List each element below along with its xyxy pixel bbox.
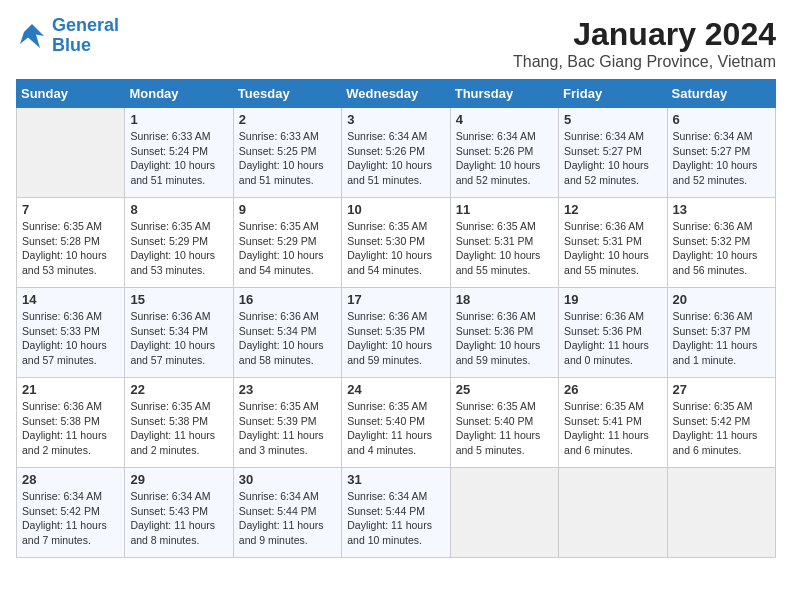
day-number: 22 <box>130 382 227 397</box>
calendar-week-5: 28Sunrise: 6:34 AMSunset: 5:42 PMDayligh… <box>17 468 776 558</box>
day-number: 5 <box>564 112 661 127</box>
day-info: Sunrise: 6:35 AMSunset: 5:41 PMDaylight:… <box>564 399 661 458</box>
header-friday: Friday <box>559 80 667 108</box>
calendar-cell: 9Sunrise: 6:35 AMSunset: 5:29 PMDaylight… <box>233 198 341 288</box>
day-info: Sunrise: 6:35 AMSunset: 5:30 PMDaylight:… <box>347 219 444 278</box>
calendar-cell: 30Sunrise: 6:34 AMSunset: 5:44 PMDayligh… <box>233 468 341 558</box>
calendar-week-2: 7Sunrise: 6:35 AMSunset: 5:28 PMDaylight… <box>17 198 776 288</box>
day-number: 14 <box>22 292 119 307</box>
calendar-cell <box>450 468 558 558</box>
calendar-table: SundayMondayTuesdayWednesdayThursdayFrid… <box>16 79 776 558</box>
day-info: Sunrise: 6:34 AMSunset: 5:42 PMDaylight:… <box>22 489 119 548</box>
calendar-cell: 12Sunrise: 6:36 AMSunset: 5:31 PMDayligh… <box>559 198 667 288</box>
day-number: 24 <box>347 382 444 397</box>
day-number: 13 <box>673 202 770 217</box>
day-info: Sunrise: 6:36 AMSunset: 5:33 PMDaylight:… <box>22 309 119 368</box>
calendar-cell: 10Sunrise: 6:35 AMSunset: 5:30 PMDayligh… <box>342 198 450 288</box>
logo-text: General Blue <box>52 16 119 56</box>
calendar-cell <box>559 468 667 558</box>
page-header: General Blue January 2024 Thang, Bac Gia… <box>16 16 776 71</box>
calendar-cell: 22Sunrise: 6:35 AMSunset: 5:38 PMDayligh… <box>125 378 233 468</box>
calendar-cell: 25Sunrise: 6:35 AMSunset: 5:40 PMDayligh… <box>450 378 558 468</box>
calendar-cell: 3Sunrise: 6:34 AMSunset: 5:26 PMDaylight… <box>342 108 450 198</box>
calendar-cell: 6Sunrise: 6:34 AMSunset: 5:27 PMDaylight… <box>667 108 775 198</box>
day-info: Sunrise: 6:33 AMSunset: 5:25 PMDaylight:… <box>239 129 336 188</box>
calendar-cell: 11Sunrise: 6:35 AMSunset: 5:31 PMDayligh… <box>450 198 558 288</box>
calendar-cell: 24Sunrise: 6:35 AMSunset: 5:40 PMDayligh… <box>342 378 450 468</box>
calendar-cell <box>17 108 125 198</box>
day-number: 18 <box>456 292 553 307</box>
calendar-cell: 26Sunrise: 6:35 AMSunset: 5:41 PMDayligh… <box>559 378 667 468</box>
day-number: 6 <box>673 112 770 127</box>
day-number: 3 <box>347 112 444 127</box>
calendar-cell: 28Sunrise: 6:34 AMSunset: 5:42 PMDayligh… <box>17 468 125 558</box>
day-info: Sunrise: 6:36 AMSunset: 5:36 PMDaylight:… <box>456 309 553 368</box>
calendar-cell: 15Sunrise: 6:36 AMSunset: 5:34 PMDayligh… <box>125 288 233 378</box>
day-info: Sunrise: 6:35 AMSunset: 5:42 PMDaylight:… <box>673 399 770 458</box>
day-number: 26 <box>564 382 661 397</box>
calendar-cell: 27Sunrise: 6:35 AMSunset: 5:42 PMDayligh… <box>667 378 775 468</box>
header-monday: Monday <box>125 80 233 108</box>
calendar-cell: 18Sunrise: 6:36 AMSunset: 5:36 PMDayligh… <box>450 288 558 378</box>
logo-icon <box>16 20 48 52</box>
day-info: Sunrise: 6:36 AMSunset: 5:36 PMDaylight:… <box>564 309 661 368</box>
day-number: 11 <box>456 202 553 217</box>
day-info: Sunrise: 6:36 AMSunset: 5:34 PMDaylight:… <box>239 309 336 368</box>
day-info: Sunrise: 6:35 AMSunset: 5:31 PMDaylight:… <box>456 219 553 278</box>
day-info: Sunrise: 6:35 AMSunset: 5:40 PMDaylight:… <box>347 399 444 458</box>
day-info: Sunrise: 6:34 AMSunset: 5:27 PMDaylight:… <box>564 129 661 188</box>
calendar-cell: 7Sunrise: 6:35 AMSunset: 5:28 PMDaylight… <box>17 198 125 288</box>
day-number: 1 <box>130 112 227 127</box>
calendar-cell: 13Sunrise: 6:36 AMSunset: 5:32 PMDayligh… <box>667 198 775 288</box>
calendar-week-4: 21Sunrise: 6:36 AMSunset: 5:38 PMDayligh… <box>17 378 776 468</box>
day-info: Sunrise: 6:36 AMSunset: 5:31 PMDaylight:… <box>564 219 661 278</box>
day-number: 21 <box>22 382 119 397</box>
day-number: 23 <box>239 382 336 397</box>
day-number: 16 <box>239 292 336 307</box>
calendar-cell: 21Sunrise: 6:36 AMSunset: 5:38 PMDayligh… <box>17 378 125 468</box>
day-info: Sunrise: 6:36 AMSunset: 5:34 PMDaylight:… <box>130 309 227 368</box>
day-number: 19 <box>564 292 661 307</box>
calendar-title: January 2024 <box>513 16 776 53</box>
day-number: 17 <box>347 292 444 307</box>
day-number: 15 <box>130 292 227 307</box>
day-info: Sunrise: 6:35 AMSunset: 5:29 PMDaylight:… <box>239 219 336 278</box>
calendar-subtitle: Thang, Bac Giang Province, Vietnam <box>513 53 776 71</box>
calendar-header-row: SundayMondayTuesdayWednesdayThursdayFrid… <box>17 80 776 108</box>
day-info: Sunrise: 6:33 AMSunset: 5:24 PMDaylight:… <box>130 129 227 188</box>
logo: General Blue <box>16 16 119 56</box>
day-number: 12 <box>564 202 661 217</box>
calendar-cell: 29Sunrise: 6:34 AMSunset: 5:43 PMDayligh… <box>125 468 233 558</box>
header-saturday: Saturday <box>667 80 775 108</box>
header-thursday: Thursday <box>450 80 558 108</box>
header-sunday: Sunday <box>17 80 125 108</box>
day-info: Sunrise: 6:35 AMSunset: 5:28 PMDaylight:… <box>22 219 119 278</box>
calendar-cell: 23Sunrise: 6:35 AMSunset: 5:39 PMDayligh… <box>233 378 341 468</box>
day-number: 31 <box>347 472 444 487</box>
day-number: 25 <box>456 382 553 397</box>
day-info: Sunrise: 6:35 AMSunset: 5:38 PMDaylight:… <box>130 399 227 458</box>
calendar-week-3: 14Sunrise: 6:36 AMSunset: 5:33 PMDayligh… <box>17 288 776 378</box>
day-number: 29 <box>130 472 227 487</box>
day-info: Sunrise: 6:34 AMSunset: 5:43 PMDaylight:… <box>130 489 227 548</box>
calendar-cell: 4Sunrise: 6:34 AMSunset: 5:26 PMDaylight… <box>450 108 558 198</box>
day-info: Sunrise: 6:36 AMSunset: 5:32 PMDaylight:… <box>673 219 770 278</box>
header-wednesday: Wednesday <box>342 80 450 108</box>
day-number: 8 <box>130 202 227 217</box>
title-block: January 2024 Thang, Bac Giang Province, … <box>513 16 776 71</box>
day-info: Sunrise: 6:34 AMSunset: 5:44 PMDaylight:… <box>347 489 444 548</box>
calendar-cell: 31Sunrise: 6:34 AMSunset: 5:44 PMDayligh… <box>342 468 450 558</box>
day-number: 20 <box>673 292 770 307</box>
calendar-cell: 19Sunrise: 6:36 AMSunset: 5:36 PMDayligh… <box>559 288 667 378</box>
calendar-week-1: 1Sunrise: 6:33 AMSunset: 5:24 PMDaylight… <box>17 108 776 198</box>
day-info: Sunrise: 6:34 AMSunset: 5:27 PMDaylight:… <box>673 129 770 188</box>
day-info: Sunrise: 6:34 AMSunset: 5:26 PMDaylight:… <box>347 129 444 188</box>
calendar-cell: 20Sunrise: 6:36 AMSunset: 5:37 PMDayligh… <box>667 288 775 378</box>
day-info: Sunrise: 6:35 AMSunset: 5:29 PMDaylight:… <box>130 219 227 278</box>
calendar-cell: 1Sunrise: 6:33 AMSunset: 5:24 PMDaylight… <box>125 108 233 198</box>
day-info: Sunrise: 6:36 AMSunset: 5:35 PMDaylight:… <box>347 309 444 368</box>
day-info: Sunrise: 6:34 AMSunset: 5:44 PMDaylight:… <box>239 489 336 548</box>
day-number: 28 <box>22 472 119 487</box>
day-info: Sunrise: 6:35 AMSunset: 5:39 PMDaylight:… <box>239 399 336 458</box>
day-info: Sunrise: 6:36 AMSunset: 5:37 PMDaylight:… <box>673 309 770 368</box>
